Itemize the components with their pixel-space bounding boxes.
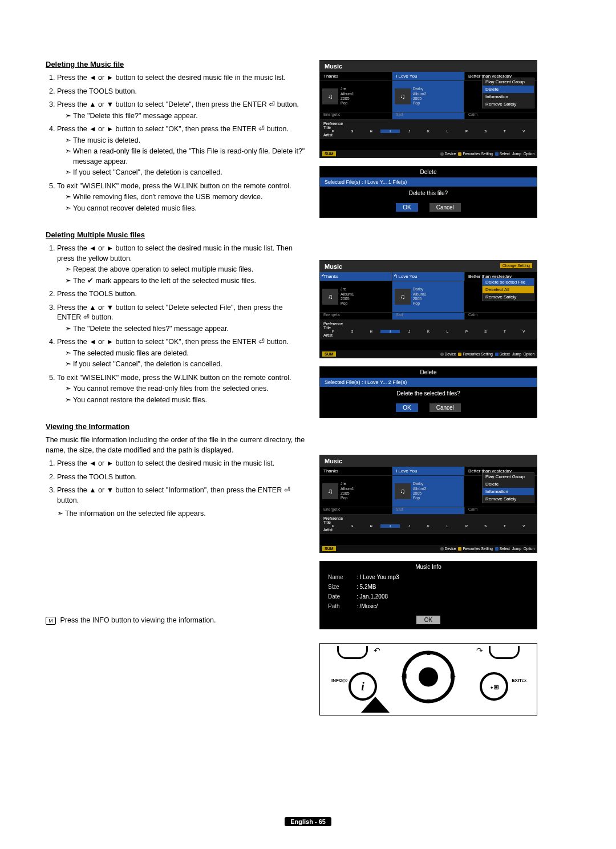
step: Press the ◄ or ► button to select "OK", … [57,124,308,178]
music-item[interactable]: ♫ JreAlbum12005Pop [320,81,392,112]
footer-bar: SUM Device Favourites Setting Select Jum… [320,350,537,358]
music-info-dialog: Music Info Name: I Love You.mp3 Size: 5.… [319,561,537,629]
foot-option: Option [524,547,534,551]
tab-selected[interactable]: I Love You [392,467,465,475]
music-item[interactable]: ♫ JreAlbum12005Pop [320,281,392,312]
screenshot-column: Music Thanks I Love You Better than yest… [319,60,536,715]
arrow-down-icon[interactable]: ▼ [425,697,432,704]
genre: Pop [341,301,347,305]
menu-item[interactable]: Information [483,93,534,100]
music-item-selected[interactable]: ♫ DarbyAlbum22005Pop [392,281,465,312]
menu-item[interactable]: Remove Safely [483,293,534,301]
exit-button[interactable]: ⬩▣ [480,672,508,701]
step-text: Press the TOOLS button. [57,87,137,95]
genre: Pop [413,301,420,305]
rating-label: Sad [392,112,465,119]
dialog-title: Delete [320,367,537,378]
pref-label: Preference [323,322,533,326]
preference-row: Preference Title FGHIJKLPSTV Artist [320,320,537,339]
sum-badge: SUM [322,546,336,551]
title-label: Title [323,520,533,524]
note: When a read-only file is deleted, the "T… [65,147,308,167]
preference-row: Preference Title FGHIJKLPSTV Artist [320,515,537,534]
pref-label: Preference [323,122,533,126]
artist: Darby [413,287,424,291]
year: 2005 [413,491,422,495]
preference-row: Preference Title FGHIJKLPSTV Artist [320,120,537,139]
tab-selected[interactable]: I Love You [392,72,465,80]
info-note-text: Press the INFO button to viewing the inf… [60,616,216,624]
tab-checked-selected[interactable]: I Love You [392,272,465,281]
step-text: Press the ◄ or ► button to select "OK", … [57,125,289,133]
ok-button[interactable]: OK [396,203,418,212]
step-text: Press the ◄ or ► button to select "OK", … [57,338,289,346]
step-text: Press the ◄ or ► button to select the de… [57,459,274,467]
ok-button[interactable]: OK [396,403,418,412]
section-delete-multiple-music-files: Deleting Multiple Music files Press the … [46,231,308,405]
step: To exit "WISELINK" mode, press the W.LIN… [57,373,308,406]
note: The information on the selected file app… [57,509,308,519]
manual-page: Deleting the Music file Press the ◄ or ►… [0,0,616,849]
year: 2005 [413,297,422,301]
step-text: Press the ◄ or ► button to select the de… [57,244,293,262]
menu-item[interactable]: Play Current Group [483,78,534,86]
foot-fav: Favourites Setting [463,152,492,156]
info-value: : 5.2MB [356,584,376,590]
arrow-right-icon[interactable]: ▶ [451,672,455,680]
menu-item[interactable]: Delete [483,480,534,488]
return-icon: ↶ [368,646,386,657]
step-text: Press the ▲ or ▼ button to select "Infor… [57,486,290,504]
sum-badge: SUM [322,351,336,357]
music-item[interactable]: ♫ JreAlbum12005Pop [320,476,392,507]
menu-item-selected[interactable]: Delete selected File [483,278,534,286]
foot-option: Option [524,352,534,356]
menu-item[interactable]: Remove Safely [483,495,534,503]
note: While removing files, don't remove the U… [65,192,308,203]
menu-item-selected[interactable]: Delete [483,86,534,93]
music-icon: ♫ [322,88,338,104]
remote-top-widget [337,646,368,659]
genre: Pop [413,101,420,105]
step: Press the ◄ or ► button to select the de… [57,459,308,469]
note: You cannot remove the read-only files fr… [65,384,308,394]
step-text: Press the TOOLS button. [57,473,137,481]
year: 2005 [341,297,350,301]
tab[interactable]: Thanks [320,72,392,80]
step: Press the ◄ or ► button to select "OK", … [57,337,308,370]
menu-item-selected[interactable]: Information [483,488,534,495]
artist: Jre [341,482,346,486]
menu-item[interactable]: Remove Safely [483,100,534,108]
foot-device: Device [445,352,456,356]
album: Album1 [341,487,354,491]
cancel-button[interactable]: Cancel [429,403,461,412]
genre: Pop [341,496,347,500]
note: The selected music files are deleted. [65,349,308,359]
menu-item[interactable]: Deselect All [483,286,534,293]
arrow-left-icon[interactable]: ◀ [402,672,406,680]
note: Repeat the above operation to select mul… [65,265,308,275]
foot-select: Select [500,152,510,156]
music-item-selected[interactable]: ♫ DarbyAlbum22005Pop [392,476,465,507]
screen-title: Music [320,60,537,72]
cancel-button[interactable]: Cancel [429,203,461,212]
music-icon: ♫ [395,483,411,499]
arrow-up-icon[interactable]: ▲ [425,649,432,656]
music-list-screen-delete-selected: MusicChange Setting Thanks I Love You Be… [319,260,537,358]
return-icon: ↷ [471,646,488,657]
ok-button[interactable]: OK [416,616,440,624]
music-item-selected[interactable]: ♫ DarbyAlbum22005Pop [392,81,465,112]
tab[interactable]: Thanks [320,467,392,475]
rating-label: Energetic [320,313,392,320]
menu-item[interactable]: Play Current Group [483,473,534,480]
note: You cannot recover deleted music files. [65,204,308,214]
enter-button[interactable] [419,667,438,686]
step: Press the ▲ or ▼ button to select "Delet… [57,303,308,334]
pref-label: Preference [323,516,533,520]
step: Press the ◄ or ► button to select the de… [57,73,308,83]
dialog-question: Delete this file? [320,187,537,200]
remote-top-widget [489,646,520,659]
tab-checked[interactable]: Thanks [320,272,392,281]
info-value: : I Love You.mp3 [356,574,399,580]
info-key: Path [328,603,356,609]
foot-fav: Favourites Setting [463,352,492,356]
